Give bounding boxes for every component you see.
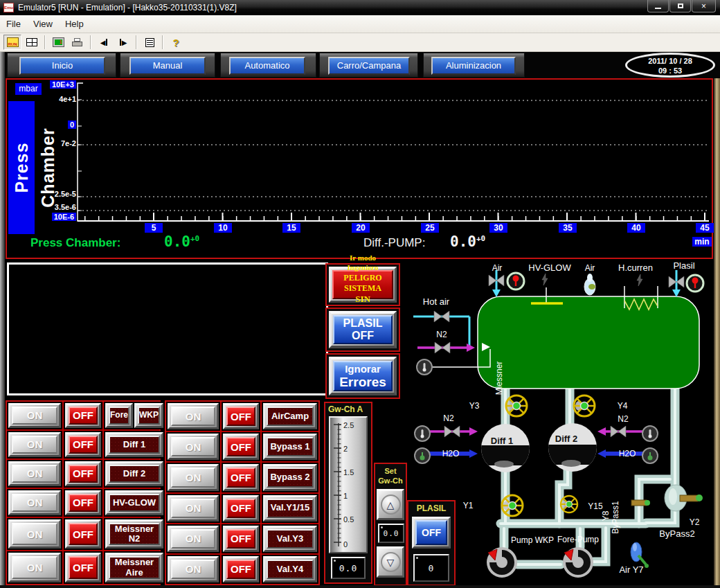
diff2-on-button[interactable]: ON xyxy=(12,465,57,483)
x-axis-tick: 35 xyxy=(559,223,577,233)
aircamp-off-button[interactable]: OFF xyxy=(226,407,255,426)
val-y1-15-indicator-button[interactable]: Val.Y1/15 xyxy=(267,499,314,518)
diff1-indicator-button[interactable]: Diff 1 xyxy=(109,436,160,454)
y3-label: Y3 xyxy=(469,401,480,411)
plasil-toggle-button[interactable]: OFF xyxy=(415,520,447,545)
fore-wkp-on-button[interactable]: ON xyxy=(12,407,57,425)
y1-label: Y1 xyxy=(463,501,474,510)
tab-manual[interactable]: Manual xyxy=(129,57,206,75)
run-icon: RUN xyxy=(7,37,19,47)
hv-glow-on-button[interactable]: ON xyxy=(12,494,57,512)
window-edge-right xyxy=(714,78,720,585)
clock-display: 2011/ 10 / 28 09 : 53 xyxy=(625,53,715,78)
set-gwch-up-button[interactable]: △ xyxy=(377,489,404,520)
help-icon: ? xyxy=(172,37,179,48)
diff-pump-readout-label: Diff.-PUMP: xyxy=(363,236,425,250)
tab-automatico[interactable]: Automatico xyxy=(229,57,305,75)
ignore-errors-frame: Ignorar Errores xyxy=(325,353,400,399)
step-back-button[interactable]: ◀ xyxy=(95,35,113,50)
bypass2-on-button[interactable]: ON xyxy=(171,467,215,487)
window-layout-button[interactable] xyxy=(23,35,41,50)
bypass1-off-button[interactable]: OFF xyxy=(226,437,255,456)
minimize-button[interactable] xyxy=(647,0,669,12)
diff2-off-button[interactable]: OFF xyxy=(69,465,98,483)
y-axis-label: 4e+1 xyxy=(25,95,76,103)
bypass1-on-button[interactable]: ON xyxy=(171,437,215,456)
aircamp-indicator-button[interactable]: AirCamp xyxy=(267,407,314,426)
x-axis-unit: min xyxy=(692,237,712,247)
toolbar: RUN 1 ◀ ▶ ? xyxy=(0,33,720,52)
fore-wkp-off-button[interactable]: OFF xyxy=(69,407,98,425)
val-y1-15-on-button[interactable]: ON xyxy=(171,499,215,518)
tab-inicio[interactable]: Inicio xyxy=(19,57,105,75)
meissner-aire-on-button[interactable]: ON xyxy=(12,556,57,579)
svg-text:N2: N2 xyxy=(436,330,447,339)
meissner-n2-indicator-button[interactable]: Meissner N2 xyxy=(109,523,160,546)
tab-aluminizacion[interactable]: Aluminizacion xyxy=(431,57,516,75)
hv-glow-off-button[interactable]: OFF xyxy=(69,494,98,512)
monitor-button[interactable]: 1 xyxy=(49,35,67,50)
step-forward-button[interactable]: ▶ xyxy=(114,35,132,50)
plasil-off-button[interactable]: PLASIL OFF xyxy=(333,315,393,344)
menu-help[interactable]: Help xyxy=(59,19,90,29)
meissner-n2-off-button[interactable]: OFF xyxy=(69,523,98,546)
meissner-aire-off-button[interactable]: OFF xyxy=(69,556,98,579)
diff1-on-button[interactable]: ON xyxy=(12,436,57,454)
val-y3-off-button[interactable]: OFF xyxy=(226,529,255,549)
press-chamber-readout-value: 0.0+0 xyxy=(164,233,199,250)
y1-handwheel-valve-icon xyxy=(502,495,523,516)
close-icon: × xyxy=(701,1,706,11)
menu-file[interactable]: File xyxy=(0,19,27,29)
svg-text:1.5: 1.5 xyxy=(343,468,354,476)
engineer-mode-button[interactable]: Ir modo Ingeniero PELIGRO SISTEMA SIN SE… xyxy=(332,270,393,299)
val-y4-on-button[interactable]: ON xyxy=(171,560,215,579)
plasil-value-display: 0 xyxy=(413,554,449,582)
control-grid-right: ON OFF AirCamp ON OFF Bypass 1 ON OFF By… xyxy=(165,400,320,585)
fore-indicator-button[interactable]: Fore xyxy=(109,407,129,425)
help-button[interactable]: ? xyxy=(167,35,185,50)
diff2-indicator-button[interactable]: Diff 2 xyxy=(109,465,160,483)
meissner-n2-on-button[interactable]: ON xyxy=(12,523,57,546)
miessner-label: Miessner xyxy=(494,362,504,395)
pressure-trend-panel: mbar Press Chamber 10E+3 4e+1 0 7e-2 2.5… xyxy=(6,78,713,259)
set-gwch-down-button[interactable]: ▽ xyxy=(377,546,404,578)
svg-text:H2O: H2O xyxy=(442,449,460,458)
wkp-indicator-button[interactable]: WKP xyxy=(138,407,160,425)
diff1-off-button[interactable]: OFF xyxy=(69,436,98,454)
close-button[interactable]: × xyxy=(692,0,716,12)
air-inlet-2: Air xyxy=(584,263,595,295)
diff-pump-readout-value: 0.0+0 xyxy=(450,233,485,250)
plasil-panel: PLASIL OFF 0 xyxy=(407,500,456,586)
clock-time: 09 : 53 xyxy=(627,66,713,76)
aircamp-on-button[interactable]: ON xyxy=(171,407,215,426)
bypass2-indicator-button[interactable]: Bypass 2 xyxy=(267,467,314,487)
toolbar-separator xyxy=(44,35,46,49)
hv-glow-indicator-button[interactable]: HV-GLOW xyxy=(109,494,160,512)
print-button[interactable] xyxy=(69,35,87,50)
gwch-gauge: 2.5 2 1.5 1 0.5 0 xyxy=(329,416,368,553)
ignore-errors-button[interactable]: Ignorar Errores xyxy=(333,361,393,391)
svg-text:Plasil: Plasil xyxy=(673,260,694,271)
y15-handwheel-valve-icon xyxy=(561,496,577,513)
maximize-button[interactable] xyxy=(669,0,691,12)
bypass1-indicator-button[interactable]: Bypass 1 xyxy=(267,437,314,456)
log-button[interactable] xyxy=(141,35,159,50)
val-y1-15-off-button[interactable]: OFF xyxy=(226,499,255,518)
bypass2-off-button[interactable]: OFF xyxy=(226,467,255,487)
val-y4-off-button[interactable]: OFF xyxy=(226,560,255,579)
app-icon: Emu xyxy=(3,3,14,12)
set-gwch-panel: Set Gw-Ch △ 0.0 ▽ xyxy=(374,463,407,586)
title-bar: Emu Emulator5 [RUN - Emulation] - [Hakko… xyxy=(0,0,720,15)
val-y3-indicator-button[interactable]: Val.Y3 xyxy=(267,529,314,549)
vacuum-chamber xyxy=(478,296,699,389)
meissner-aire-indicator-button[interactable]: Meissner Aire xyxy=(109,556,160,579)
x-axis-tick: 5 xyxy=(145,223,163,233)
n2-left-valve-icon xyxy=(444,426,460,437)
val-y3-on-button[interactable]: ON xyxy=(171,529,215,549)
window-edge-bottom xyxy=(0,585,720,588)
tab-carro-campana[interactable]: Carro/Campana xyxy=(328,57,410,75)
run-mode-button[interactable]: RUN xyxy=(3,35,21,50)
svg-text:2: 2 xyxy=(343,445,348,453)
val-y4-indicator-button[interactable]: Val.Y4 xyxy=(267,560,314,579)
menu-view[interactable]: View xyxy=(27,19,59,29)
